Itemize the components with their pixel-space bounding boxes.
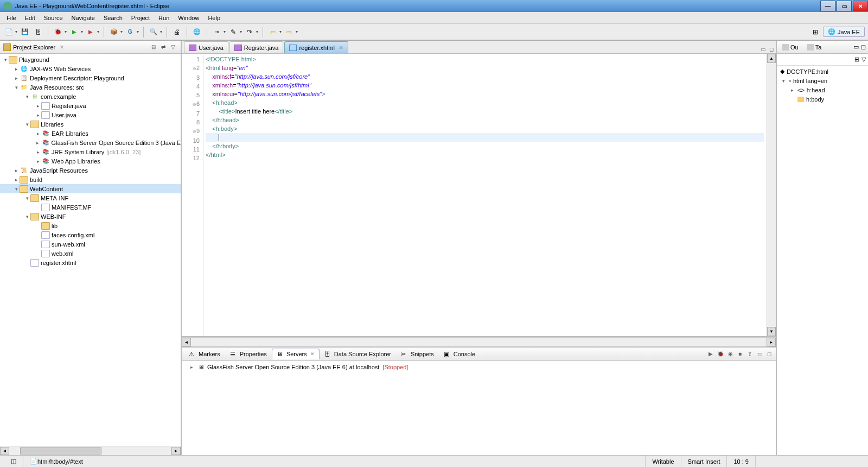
collapse-all-button[interactable]: ⊟ (149, 43, 158, 52)
tree-metainf[interactable]: ▾META-INF (0, 193, 181, 203)
tree-webcontent[interactable]: ▾WebContent (0, 184, 181, 193)
tab-dse[interactable]: 🗄Data Source Explorer (320, 349, 396, 359)
outline-tab[interactable]: Ou (779, 43, 802, 52)
outline-maximize-button[interactable]: ◻ (861, 43, 866, 51)
tree-faces-config[interactable]: faces-config.xml (0, 230, 181, 239)
menu-source[interactable]: Source (40, 13, 67, 23)
menu-window[interactable]: Window (174, 13, 203, 23)
project-explorer-tab[interactable]: Project Explorer ✕ (3, 43, 64, 51)
save-button[interactable] (20, 27, 30, 37)
tree-sun-web[interactable]: sun-web.xml (0, 239, 181, 249)
tab-snippets[interactable]: ✂Snippets (396, 349, 439, 359)
menu-project[interactable]: Project (127, 13, 154, 23)
menu-help[interactable]: Help (203, 13, 225, 23)
tree-package[interactable]: ▾⊞com.example (0, 92, 181, 101)
menu-file[interactable]: File (2, 13, 21, 23)
server-stop-button[interactable]: ■ (736, 350, 744, 358)
nav-back-dropdown[interactable] (279, 29, 282, 34)
scroll-right-button[interactable]: ► (171, 447, 181, 455)
minimize-button[interactable]: — (820, 1, 835, 11)
new-server-button[interactable] (108, 27, 119, 37)
tree-manifest[interactable]: MANIFEST.MF (0, 203, 181, 212)
menu-run[interactable]: Run (154, 13, 174, 23)
debug-dropdown[interactable] (65, 29, 67, 34)
scroll-left-button[interactable]: ◄ (0, 447, 9, 455)
open-perspective-button[interactable] (810, 27, 821, 37)
tree-register-java[interactable]: ▸Register.java (0, 101, 181, 110)
new-button[interactable] (3, 27, 14, 37)
editor-vscroll[interactable]: ▲ ▼ (767, 54, 776, 336)
skip-dropdown[interactable] (224, 29, 226, 34)
annotation-button[interactable]: ✎ (228, 27, 239, 37)
tree-jre[interactable]: ▸📚JRE System Library[jdk1.6.0_23] (0, 147, 181, 156)
scroll-up-button[interactable]: ▲ (767, 54, 776, 63)
tree-build[interactable]: ▸build (0, 175, 181, 184)
server-start-button[interactable]: ▶ (706, 350, 715, 358)
run-external-dropdown[interactable] (97, 29, 99, 34)
perspective-javaee[interactable]: 🌐 Java EE (823, 27, 865, 37)
run-button[interactable] (69, 27, 80, 37)
editor-hscroll[interactable]: ◄ ► (182, 337, 776, 346)
panel-maximize-button[interactable]: ◻ (765, 350, 774, 358)
server-debug-button[interactable]: 🐞 (716, 350, 725, 358)
link-editor-button[interactable]: ⇄ (159, 43, 168, 52)
tree-lib[interactable]: lib (0, 221, 181, 230)
tree-webapp-libs[interactable]: ▸📚Web App Libraries (0, 156, 181, 166)
open-type-button[interactable] (125, 27, 136, 37)
tree-web-xml[interactable]: web.xml (0, 249, 181, 258)
tree-user-java[interactable]: ▸User.java (0, 110, 181, 119)
nav-forward-button[interactable] (284, 27, 295, 37)
outline-tree[interactable]: ◆DOCTYPE:html ▾▫html lang=en ▸<>h:head h… (777, 66, 868, 455)
menu-search[interactable]: Search (99, 13, 127, 23)
outline-menu-button[interactable]: ▽ (861, 56, 866, 63)
tree-javares[interactable]: ▾📁Java Resources: src (0, 83, 181, 92)
nav-forward-dropdown[interactable] (296, 29, 298, 34)
tree-register-xhtml[interactable]: register.xhtml (0, 258, 181, 267)
menu-edit[interactable]: Edit (21, 13, 40, 23)
new-dropdown[interactable] (15, 29, 17, 34)
search-button[interactable] (148, 27, 159, 37)
scroll-right-button[interactable]: ► (767, 338, 776, 346)
scroll-down-button[interactable]: ▼ (767, 327, 776, 336)
editor-content[interactable]: <!DOCTYPE html> <html lang="en" xmlns:f=… (203, 54, 767, 336)
editor-maximize-button[interactable]: ◻ (767, 45, 776, 53)
tree-js-resources[interactable]: ▸📜JavaScript Resources (0, 166, 181, 175)
maximize-button[interactable]: ▭ (837, 1, 852, 11)
open-type-dropdown[interactable] (137, 29, 139, 34)
editor-tab-user[interactable]: User.java (184, 41, 228, 53)
search-dropdown[interactable] (160, 29, 162, 34)
project-explorer-close[interactable]: ✕ (60, 45, 64, 50)
tab-close-icon[interactable]: ✕ (339, 45, 343, 51)
annotation-dropdown[interactable] (240, 29, 242, 34)
nav-back-button[interactable] (267, 27, 278, 37)
next-annotation-button[interactable]: ↷ (244, 27, 255, 37)
editor-tab-register-xhtml[interactable]: register.xhtml✕ (284, 41, 348, 53)
outline-head[interactable]: ▸<>h:head (778, 85, 867, 94)
outline-sort-button[interactable]: ⊞ (854, 56, 859, 63)
editor-minimize-button[interactable]: ▭ (758, 45, 767, 53)
tree-libraries[interactable]: ▾Libraries (0, 119, 181, 129)
tab-properties[interactable]: ☰Properties (225, 349, 272, 359)
print-button[interactable]: 🖨 (171, 27, 182, 37)
skip-breakpoints-button[interactable] (212, 27, 222, 37)
scroll-left-button[interactable]: ◄ (182, 338, 191, 346)
menu-navigate[interactable]: Navigate (67, 13, 99, 23)
view-menu-button[interactable]: ▽ (169, 43, 177, 52)
run-external-button[interactable] (85, 27, 96, 37)
tree-ear-libs[interactable]: ▸📚EAR Libraries (0, 129, 181, 138)
editor-tab-register[interactable]: Register.java (229, 41, 284, 53)
tree-project[interactable]: ▾Playground (0, 55, 181, 64)
tree-webinf[interactable]: ▾WEB-INF (0, 212, 181, 221)
save-all-button[interactable] (33, 27, 43, 37)
outline-minimize-button[interactable]: ▭ (853, 43, 859, 51)
servers-body[interactable]: ▸ 🖥 GlassFish Server Open Source Edition… (182, 361, 776, 455)
project-tree[interactable]: ▾Playground ▸🌐JAX-WS Web Services ▸📋Depl… (0, 54, 181, 446)
outline-html[interactable]: ▾▫html lang=en (778, 76, 867, 85)
outline-body[interactable]: h:body (778, 94, 867, 104)
tree-glassfish-lib[interactable]: ▸📚GlassFish Server Open Source Edition 3… (0, 138, 181, 147)
tab-close-icon[interactable]: ✕ (310, 351, 315, 357)
next-ann-dropdown[interactable] (256, 29, 258, 34)
tab-servers[interactable]: 🖥Servers✕ (272, 349, 320, 359)
scroll-thumb[interactable] (20, 447, 101, 455)
outline-doctype[interactable]: ◆DOCTYPE:html (778, 67, 867, 76)
